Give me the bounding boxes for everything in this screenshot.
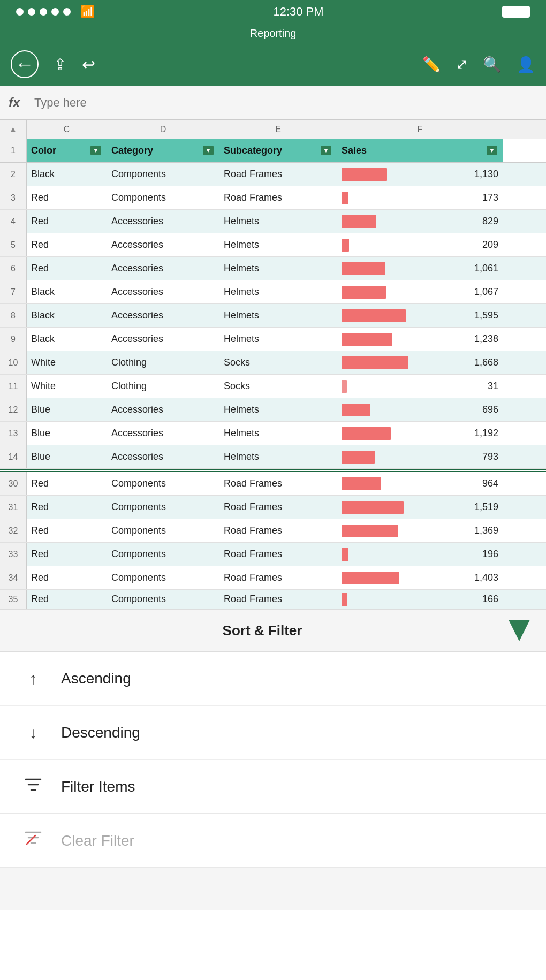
cell-sales: 1,519 (337, 496, 503, 519)
cell-color: Black (27, 280, 107, 303)
table-row[interactable]: 30RedComponentsRoad Frames964 (0, 472, 546, 496)
row-number: 31 (0, 496, 27, 519)
category-filter-button[interactable]: ▼ (203, 146, 214, 155)
table-row[interactable]: 6RedAccessoriesHelmets1,061 (0, 257, 546, 280)
cell-sales: 1,067 (337, 280, 503, 303)
table-row[interactable]: 35RedComponentsRoad Frames166 (0, 590, 546, 609)
cell-category: Components (107, 163, 219, 186)
sales-value: 1,067 (472, 286, 498, 298)
wifi-icon: 📶 (80, 5, 95, 19)
cell-subcategory: Socks (219, 351, 337, 374)
ascending-icon: ↑ (21, 670, 45, 688)
cell-category: Accessories (107, 422, 219, 445)
clear-filter-item[interactable]: Clear Filter (0, 814, 546, 868)
row-number: 14 (0, 445, 27, 468)
table-row[interactable]: 5RedAccessoriesHelmets209 (0, 233, 546, 257)
sales-value: 1,668 (472, 357, 498, 368)
row-number: 35 (0, 590, 27, 609)
sales-bar (342, 548, 348, 561)
fx-label: fx (9, 95, 28, 110)
table-row[interactable]: 7BlackAccessoriesHelmets1,067 (0, 280, 546, 304)
subcategory-filter-button[interactable]: ▼ (321, 146, 331, 155)
cell-category: Components (107, 186, 219, 209)
cell-subcategory: Road Frames (219, 163, 337, 186)
table-row[interactable]: 4RedAccessoriesHelmets829 (0, 210, 546, 233)
sales-value: 793 (472, 451, 498, 462)
row-number: 34 (0, 566, 27, 589)
cell-subcategory: Helmets (219, 328, 337, 351)
row-number: 5 (0, 233, 27, 256)
cell-color: Red (27, 543, 107, 566)
cell-color: Red (27, 233, 107, 256)
color-filter-button[interactable]: ▼ (90, 146, 101, 155)
cell-sales: 793 (337, 445, 503, 468)
filter-items-item[interactable]: Filter Items (0, 760, 546, 814)
sales-bar (342, 525, 398, 537)
sales-bar (342, 262, 385, 275)
table-row[interactable]: 31RedComponentsRoad Frames1,519 (0, 496, 546, 519)
header-sales[interactable]: Sales ▼ (337, 139, 503, 162)
undo-button[interactable]: ↩ (82, 55, 95, 74)
expand-icon[interactable]: ⤢ (456, 56, 468, 73)
sales-bar (342, 427, 391, 440)
search-icon[interactable]: 🔍 (483, 56, 502, 73)
bar-container (342, 239, 468, 252)
sales-value: 1,403 (472, 572, 498, 583)
table-row[interactable]: 8BlackAccessoriesHelmets1,595 (0, 304, 546, 328)
sales-value: 829 (472, 216, 498, 227)
add-user-icon[interactable]: 👤 (517, 56, 535, 73)
table-row[interactable]: 32RedComponentsRoad Frames1,369 (0, 519, 546, 543)
cell-sales: 166 (337, 590, 503, 609)
signal-dot-2 (28, 8, 35, 16)
table-row[interactable]: 12BlueAccessoriesHelmets696 (0, 398, 546, 422)
bar-container (342, 215, 468, 228)
table-row[interactable]: 33RedComponentsRoad Frames196 (0, 543, 546, 566)
descending-item[interactable]: ↓ Descending (0, 706, 546, 759)
cell-subcategory: Helmets (219, 445, 337, 468)
formula-input[interactable] (34, 96, 537, 110)
table-row[interactable]: 14BlueAccessoriesHelmets793 (0, 445, 546, 469)
back-button[interactable]: ← (11, 50, 39, 78)
row-number: 10 (0, 351, 27, 374)
sales-value: 173 (472, 192, 498, 203)
cell-subcategory: Road Frames (219, 543, 337, 566)
cell-subcategory: Road Frames (219, 186, 337, 209)
sales-bar-small (342, 380, 347, 393)
bar-container (342, 192, 468, 204)
cell-category: Accessories (107, 304, 219, 327)
save-button[interactable]: ⇪ (54, 55, 67, 74)
cell-sales: 1,130 (337, 163, 503, 186)
row-number: 32 (0, 519, 27, 542)
table-row[interactable]: 10WhiteClothingSocks1,668 (0, 351, 546, 375)
spreadsheet-area: ▲ C D E F 1 Color ▼ Category ▼ Subcatego… (0, 120, 546, 609)
table-row[interactable]: 9BlackAccessoriesHelmets1,238 (0, 328, 546, 351)
sort-filter-header[interactable]: Sort & Filter (0, 609, 546, 652)
header-category[interactable]: Category ▼ (107, 139, 219, 162)
cell-color: Red (27, 496, 107, 519)
cell-sales: 964 (337, 472, 503, 495)
cell-subcategory: Road Frames (219, 496, 337, 519)
header-color[interactable]: Color ▼ (27, 139, 107, 162)
bar-container (342, 593, 468, 606)
sales-value: 31 (472, 381, 498, 392)
formula-bar: fx (0, 86, 546, 120)
filter-items-icon (21, 775, 45, 798)
header-subcategory[interactable]: Subcategory ▼ (219, 139, 337, 162)
sales-bar (342, 286, 386, 299)
bar-container (342, 477, 468, 490)
ascending-item[interactable]: ↑ Ascending (0, 652, 546, 705)
table-row[interactable]: 11WhiteClothingSocks31 (0, 375, 546, 398)
table-row[interactable]: 34RedComponentsRoad Frames1,403 (0, 566, 546, 590)
edit-icon[interactable]: ✏️ (422, 56, 441, 73)
bar-container (342, 404, 468, 416)
table-row[interactable]: 3RedComponentsRoad Frames173 (0, 186, 546, 210)
table-row[interactable]: 13BlueAccessoriesHelmets1,192 (0, 422, 546, 445)
cell-sales: 196 (337, 543, 503, 566)
row-number: 3 (0, 186, 27, 209)
table-row[interactable]: 2BlackComponentsRoad Frames1,130 (0, 163, 546, 186)
bar-container (342, 501, 468, 514)
cell-category: Accessories (107, 233, 219, 256)
cell-category: Accessories (107, 257, 219, 280)
sort-filter-toggle[interactable] (509, 620, 530, 641)
sales-filter-button[interactable]: ▼ (487, 146, 497, 155)
